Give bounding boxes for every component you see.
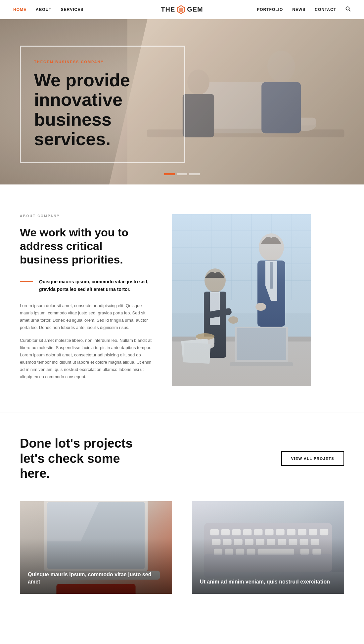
about-heading: We work with you to address critical bus… — [20, 226, 152, 266]
card2-label: Ut anim ad minim veniam, quis nostrud ex… — [200, 579, 330, 584]
about-right — [172, 214, 311, 386]
svg-point-34 — [205, 268, 226, 292]
card1-label: Quisque mauris ipsum, commodo vitae just… — [28, 572, 151, 584]
svg-rect-27 — [172, 337, 311, 342]
hero-section: THEGEM BUSINESS COMPANY We provide innov… — [0, 19, 364, 184]
projects-header: Done lot's projects let's check some her… — [20, 436, 344, 481]
about-image — [172, 214, 311, 386]
about-scene-svg — [172, 214, 311, 386]
svg-rect-35 — [204, 292, 226, 358]
about-quote-block: Quisque mauris ipsum, commodo vitae just… — [20, 278, 152, 293]
svg-rect-26 — [172, 340, 311, 386]
hero-content: THEGEM BUSINESS COMPANY We provide innov… — [0, 19, 205, 184]
projects-section: Done lot's projects let's check some her… — [0, 413, 364, 614]
hero-frame: THEGEM BUSINESS COMPANY We provide innov… — [20, 46, 185, 163]
quote-line-decoration — [20, 281, 33, 282]
card-spacer — [179, 501, 185, 594]
about-body-p1: Lorem ipsum dolor sit amet, consectetur … — [20, 302, 152, 331]
nav-left: HOME ABOUT SERVICES — [13, 7, 83, 12]
svg-rect-46 — [183, 342, 210, 364]
svg-point-28 — [259, 233, 284, 261]
hero-dots — [164, 173, 200, 175]
svg-rect-30 — [265, 261, 277, 301]
nav-right: PORTFOLIO NEWS CONTACT — [257, 6, 351, 13]
projects-heading: Done lot's projects let's check some her… — [20, 436, 152, 481]
svg-point-10 — [267, 51, 295, 82]
svg-rect-40 — [237, 328, 286, 360]
about-left: ABOUT COMPANY We work with you to addres… — [20, 214, 152, 386]
logo-icon — [176, 5, 186, 14]
nav-services[interactable]: SERVICES — [61, 7, 83, 12]
project-cards: Quisque mauris ipsum, commodo vitae just… — [20, 501, 344, 594]
svg-rect-11 — [261, 82, 301, 133]
project-card-2[interactable]: Ut anim ad minim veniam, quis nostrud ex… — [192, 501, 344, 594]
logo[interactable]: THE GEM — [161, 5, 203, 14]
svg-rect-37 — [205, 308, 232, 319]
svg-marker-1 — [179, 7, 183, 13]
nav-news[interactable]: NEWS — [292, 7, 305, 12]
about-body-p2: Curabitur sit amet molestie libero, non … — [20, 337, 152, 381]
search-icon — [345, 6, 351, 12]
nav-home[interactable]: HOME — [13, 7, 26, 12]
svg-point-42 — [196, 340, 214, 349]
nav-contact[interactable]: CONTACT — [315, 7, 336, 12]
svg-rect-32 — [257, 280, 272, 307]
svg-point-38 — [228, 316, 238, 324]
navbar: HOME ABOUT SERVICES THE GEM PORTFOLIO NE… — [0, 0, 364, 19]
hero-dot-3[interactable] — [189, 173, 200, 175]
svg-point-33 — [255, 303, 266, 311]
svg-rect-45 — [181, 339, 209, 361]
svg-rect-29 — [257, 261, 285, 327]
hero-dot-2[interactable] — [177, 173, 187, 175]
svg-rect-43 — [196, 337, 214, 345]
about-label: ABOUT COMPANY — [20, 214, 152, 218]
card1-text: Quisque mauris ipsum, commodo vitae just… — [28, 571, 164, 586]
svg-rect-14 — [172, 214, 311, 386]
logo-text-the: THE — [161, 6, 175, 13]
card2-text: Ut anim ad minim veniam, quis nostrud ex… — [200, 578, 336, 585]
svg-rect-15 — [172, 214, 311, 313]
svg-rect-39 — [235, 327, 288, 363]
svg-point-44 — [196, 333, 214, 340]
hero-dot-1[interactable] — [164, 173, 175, 175]
nav-about[interactable]: ABOUT — [36, 7, 52, 12]
svg-rect-36 — [210, 292, 220, 325]
hero-subtitle: THEGEM BUSINESS COMPANY — [34, 60, 171, 64]
search-icon-button[interactable] — [345, 6, 351, 13]
nav-portfolio[interactable]: PORTFOLIO — [257, 7, 283, 12]
view-all-button[interactable]: VIEW ALL PROJETS — [281, 451, 344, 466]
logo-text-gem: GEM — [187, 6, 203, 13]
about-body: Lorem ipsum dolor sit amet, consectetur … — [20, 302, 152, 381]
svg-line-3 — [349, 10, 351, 11]
about-quote-text: Quisque mauris ipsum, commodo vitae just… — [39, 278, 152, 293]
project-card-1[interactable]: Quisque mauris ipsum, commodo vitae just… — [20, 501, 172, 594]
about-section: ABOUT COMPANY We work with you to addres… — [0, 184, 364, 413]
hero-title: We provide innovative business services. — [34, 70, 171, 149]
svg-point-2 — [346, 7, 349, 10]
svg-rect-41 — [230, 362, 293, 366]
svg-rect-31 — [270, 262, 273, 289]
